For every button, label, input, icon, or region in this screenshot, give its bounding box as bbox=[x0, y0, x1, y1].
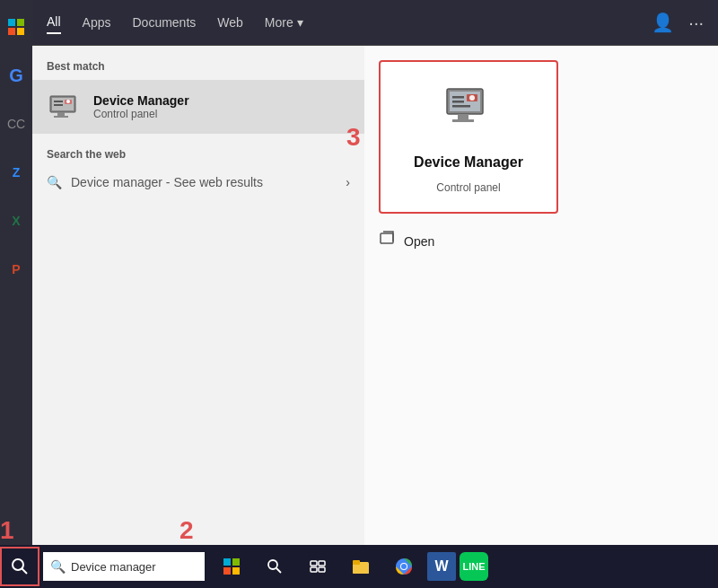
best-match-item[interactable]: Device Manager Control panel bbox=[32, 80, 364, 134]
svg-rect-3 bbox=[17, 28, 24, 35]
result-card-subtitle: Control panel bbox=[436, 181, 500, 194]
svg-rect-10 bbox=[54, 101, 63, 102]
sidebar-app-powerpoint[interactable]: P bbox=[0, 246, 32, 293]
result-card-icon bbox=[442, 80, 495, 144]
open-window-icon bbox=[379, 230, 397, 252]
tab-web[interactable]: Web bbox=[217, 12, 243, 33]
result-card[interactable]: Device Manager Control panel bbox=[379, 60, 558, 214]
web-search-item[interactable]: 🔍 Device manager - See web results › bbox=[47, 168, 350, 197]
right-panel: 3 bbox=[364, 46, 718, 545]
svg-rect-30 bbox=[311, 561, 317, 566]
result-card-title: Device Manager bbox=[414, 154, 523, 171]
best-match-subtitle: Control panel bbox=[93, 108, 189, 120]
web-search-left: 🔍 Device manager - See web results bbox=[47, 175, 263, 189]
web-search-icon: 🔍 bbox=[47, 175, 62, 189]
svg-rect-36 bbox=[353, 560, 360, 565]
svg-point-17 bbox=[469, 95, 475, 101]
nav-more[interactable]: More ▾ bbox=[265, 15, 303, 30]
svg-rect-31 bbox=[319, 561, 325, 566]
sidebar-app-google[interactable]: G bbox=[0, 52, 32, 99]
taskbar-search-input-wrap: 🔍 bbox=[43, 552, 205, 581]
number1-badge: 1 bbox=[0, 516, 14, 545]
svg-line-23 bbox=[22, 569, 28, 575]
svg-point-39 bbox=[401, 564, 407, 569]
svg-rect-15 bbox=[452, 119, 474, 122]
sidebar-app-zoom[interactable]: Z bbox=[0, 149, 32, 196]
taskbar-line-icon[interactable]: LINE bbox=[460, 552, 488, 581]
more-arrow-icon: ▾ bbox=[297, 15, 303, 30]
sidebar-app-this[interactable] bbox=[0, 4, 32, 50]
web-search-arrow-icon: › bbox=[346, 175, 350, 189]
number2-badge: 2 bbox=[180, 516, 194, 545]
taskbar: 1 🔍 2 bbox=[0, 545, 718, 588]
result-card-container: 3 bbox=[379, 60, 704, 214]
left-panel: Best match Device Manager bbox=[32, 46, 364, 545]
svg-rect-32 bbox=[311, 567, 317, 572]
taskbar-search-input[interactable] bbox=[71, 560, 188, 574]
open-action[interactable]: Open bbox=[379, 221, 704, 261]
best-match-label: Best match bbox=[32, 60, 364, 80]
web-search-text: Device manager - See web results bbox=[71, 175, 263, 189]
svg-rect-27 bbox=[232, 567, 240, 575]
svg-rect-35 bbox=[353, 565, 369, 574]
svg-rect-2 bbox=[8, 28, 15, 35]
svg-point-9 bbox=[66, 100, 70, 103]
sidebar-app-ccleaner[interactable]: CC bbox=[0, 101, 32, 147]
svg-rect-33 bbox=[319, 567, 325, 572]
taskbar-windows-icon[interactable] bbox=[212, 547, 251, 586]
best-match-text: Device Manager Control panel bbox=[93, 93, 189, 120]
svg-rect-0 bbox=[8, 19, 15, 26]
svg-rect-11 bbox=[54, 104, 63, 106]
svg-rect-19 bbox=[452, 101, 464, 103]
taskbar-chrome-icon[interactable] bbox=[384, 547, 424, 586]
svg-rect-1 bbox=[17, 19, 24, 26]
svg-rect-18 bbox=[452, 96, 464, 99]
svg-rect-20 bbox=[452, 105, 470, 108]
svg-rect-7 bbox=[54, 116, 68, 118]
svg-point-22 bbox=[13, 559, 23, 570]
taskbar-search-button[interactable] bbox=[0, 547, 39, 586]
web-search-section: Search the web 🔍 Device manager - See we… bbox=[32, 134, 364, 204]
sidebar-app-excel[interactable]: X bbox=[0, 197, 32, 244]
start-menu: All Apps Documents Web More ▾ 👤 ··· Best… bbox=[32, 0, 718, 545]
tab-documents[interactable]: Documents bbox=[132, 12, 196, 33]
nav-right: 👤 ··· bbox=[652, 12, 704, 33]
main-content: Best match Device Manager bbox=[32, 46, 718, 545]
taskbar-icons: W LINE bbox=[212, 547, 488, 586]
more-label: More bbox=[265, 15, 293, 30]
best-match-title: Device Manager bbox=[93, 93, 189, 108]
svg-point-28 bbox=[268, 560, 277, 569]
person-icon[interactable]: 👤 bbox=[652, 12, 674, 33]
taskbar-taskview-icon[interactable] bbox=[298, 547, 337, 586]
web-search-label: Search the web bbox=[47, 148, 350, 161]
tab-apps[interactable]: Apps bbox=[83, 12, 111, 33]
taskbar-explorer-icon[interactable] bbox=[341, 547, 381, 586]
svg-line-29 bbox=[276, 568, 281, 573]
svg-rect-25 bbox=[232, 558, 240, 566]
number3-badge: 3 bbox=[346, 123, 361, 152]
left-sidebar: G CC Z X P bbox=[0, 0, 32, 545]
taskbar-search-icon[interactable] bbox=[255, 547, 294, 586]
best-match-icon bbox=[47, 89, 83, 125]
ellipsis-icon[interactable]: ··· bbox=[688, 13, 704, 33]
top-nav: All Apps Documents Web More ▾ 👤 ··· bbox=[32, 0, 718, 46]
svg-rect-24 bbox=[223, 558, 231, 566]
open-action-text: Open bbox=[404, 234, 434, 249]
svg-rect-21 bbox=[381, 233, 393, 243]
svg-rect-6 bbox=[57, 112, 65, 116]
svg-rect-26 bbox=[223, 567, 231, 575]
tab-all[interactable]: All bbox=[47, 11, 61, 34]
svg-rect-14 bbox=[458, 114, 468, 119]
search-icon-small: 🔍 bbox=[50, 559, 66, 574]
taskbar-word-icon[interactable]: W bbox=[427, 552, 456, 581]
